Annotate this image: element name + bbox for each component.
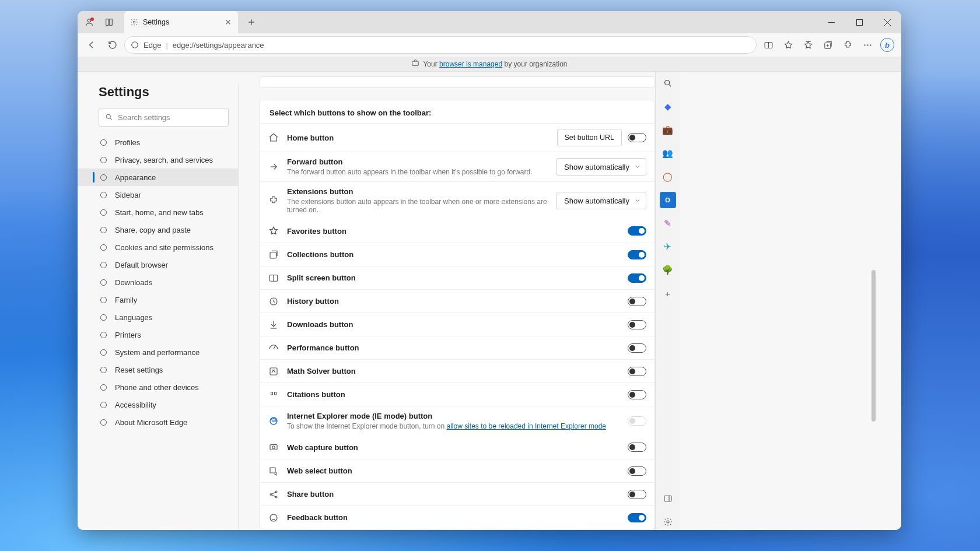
back-button[interactable]	[82, 36, 101, 54]
scrollbar-thumb[interactable]	[872, 270, 876, 422]
row-collections-button: Collections button	[260, 243, 654, 266]
rail-edit-icon[interactable]: ✎	[660, 215, 676, 231]
rail-games-icon[interactable]: 👥	[660, 145, 676, 162]
url-field[interactable]: Edge | edge://settings/appearance	[124, 36, 757, 54]
managed-link[interactable]: browser is managed	[439, 60, 502, 68]
nav-icon	[99, 382, 108, 392]
rail-office-icon[interactable]: ◯	[660, 169, 676, 185]
toggle-feedback-button[interactable]	[628, 513, 646, 522]
favorites-star-icon[interactable]	[779, 36, 797, 54]
extensions-select[interactable]: Show automatically	[556, 192, 646, 209]
row-icon	[268, 226, 279, 236]
bing-button[interactable]: b	[878, 36, 897, 54]
sidebar-item-start-home-and-new-tabs[interactable]: Start, home, and new tabs	[78, 203, 238, 221]
rail-panel-icon[interactable]	[660, 490, 676, 507]
toggle-performance-button[interactable]	[628, 343, 646, 353]
ie-mode-link[interactable]: allow sites to be reloaded in Internet E…	[447, 422, 607, 430]
nav-icon	[99, 225, 108, 234]
tab-close-icon[interactable]	[224, 18, 232, 26]
browser-window: Settings Edge | edge://settings/appeara	[78, 11, 901, 530]
split-screen-icon[interactable]	[759, 36, 778, 54]
svg-point-27	[100, 384, 106, 390]
toggle-math-solver-button[interactable]	[628, 367, 646, 376]
nav-icon	[99, 138, 108, 147]
toggle-history-button[interactable]	[628, 297, 646, 306]
maximize-button[interactable]	[845, 11, 873, 33]
sidebar-item-default-browser[interactable]: Default browser	[78, 256, 238, 273]
sidebar-item-system-and-performance[interactable]: System and performance	[78, 343, 238, 361]
toggle-share-button[interactable]	[628, 490, 646, 499]
sidebar-item-label: Profiles	[115, 138, 140, 147]
rail-settings-icon[interactable]	[660, 514, 676, 530]
svg-rect-4	[856, 19, 862, 25]
rail-tree-icon[interactable]: 🌳	[660, 262, 676, 278]
toggle-citations-button[interactable]	[628, 390, 646, 399]
sidebar-item-appearance[interactable]: Appearance	[78, 169, 238, 186]
sidebar-item-sidebar[interactable]: Sidebar	[78, 186, 238, 203]
sidebar-item-label: Share, copy and paste	[115, 226, 191, 234]
svg-point-38	[270, 493, 272, 495]
sidebar-item-privacy-search-and-services[interactable]: Privacy, search, and services	[78, 151, 238, 169]
favorites-list-icon[interactable]	[799, 36, 817, 54]
row-forward-button: Forward button The forward button auto a…	[260, 152, 654, 181]
browser-tab[interactable]: Settings	[124, 11, 238, 33]
row-extensions-button: Extensions button The extensions button …	[260, 181, 654, 219]
svg-point-21	[100, 279, 106, 285]
collections-icon[interactable]	[818, 36, 837, 54]
svg-point-23	[100, 314, 106, 320]
refresh-button[interactable]	[103, 36, 122, 54]
tab-title: Settings	[143, 18, 169, 26]
sidebar-item-cookies-and-site-permissions[interactable]: Cookies and site permissions	[78, 238, 238, 256]
rail-tools-icon[interactable]: 💼	[660, 122, 676, 138]
toggle-split-screen-button[interactable]	[628, 273, 646, 283]
sidebar-item-share-copy-and-paste[interactable]: Share, copy and paste	[78, 221, 238, 238]
sidebar-item-printers[interactable]: Printers	[78, 326, 238, 343]
rail-outlook-icon[interactable]: O	[660, 192, 676, 208]
rail-drop-icon[interactable]: ✈	[660, 238, 676, 255]
toolbar-buttons-card: Select which buttons to show on the tool…	[260, 100, 655, 529]
svg-point-36	[272, 446, 275, 449]
sidebar-item-languages[interactable]: Languages	[78, 308, 238, 326]
more-menu-icon[interactable]	[858, 36, 877, 54]
svg-rect-11	[412, 61, 419, 66]
sidebar-item-profiles[interactable]: Profiles	[78, 134, 238, 151]
rail-search-icon[interactable]	[660, 75, 676, 92]
svg-rect-1	[106, 19, 109, 26]
extensions-icon[interactable]	[838, 36, 857, 54]
settings-search-input[interactable]: Search settings	[99, 108, 229, 127]
svg-rect-37	[270, 468, 275, 473]
home-icon	[268, 132, 279, 143]
sidebar-item-accessibility[interactable]: Accessibility	[78, 396, 238, 413]
toggle-web-select-button[interactable]	[628, 466, 646, 476]
toggle-web-capture-button[interactable]	[628, 443, 646, 452]
toggle-downloads-button[interactable]	[628, 320, 646, 329]
sidebar-item-label: Reset settings	[115, 366, 163, 374]
sidebar-item-downloads[interactable]: Downloads	[78, 273, 238, 291]
profile-button[interactable]	[81, 14, 97, 30]
sidebar-item-about-microsoft-edge[interactable]: About Microsoft Edge	[78, 413, 238, 431]
toggle-favorites-button[interactable]	[628, 226, 646, 236]
row-home-button: Home button Set button URL	[260, 123, 654, 152]
svg-point-25	[100, 349, 106, 355]
toggle-collections-button[interactable]	[628, 250, 646, 259]
title-bar: Settings	[78, 11, 901, 33]
sidebar-item-family[interactable]: Family	[78, 291, 238, 308]
nav-icon	[99, 208, 108, 217]
sidebar-item-reset-settings[interactable]: Reset settings	[78, 361, 238, 378]
tab-actions-button[interactable]	[101, 14, 117, 30]
rail-shopping-icon[interactable]: ◆	[660, 99, 676, 115]
minimize-button[interactable]	[817, 11, 845, 33]
close-window-button[interactable]	[873, 11, 901, 33]
toggle-home-button[interactable]	[628, 133, 646, 142]
svg-point-20	[100, 262, 106, 268]
nav-icon	[99, 155, 108, 164]
rail-add-icon[interactable]: +	[660, 285, 676, 301]
sidebar-item-label: Sidebar	[115, 191, 141, 199]
sidebar-item-label: Appearance	[115, 173, 156, 182]
new-tab-button[interactable]	[242, 17, 261, 27]
row-downloads-button: Downloads button	[260, 313, 654, 336]
svg-point-26	[100, 367, 106, 373]
set-button-url[interactable]: Set button URL	[557, 129, 622, 146]
forward-select[interactable]: Show automatically	[556, 158, 646, 176]
sidebar-item-phone-and-other-devices[interactable]: Phone and other devices	[78, 378, 238, 396]
